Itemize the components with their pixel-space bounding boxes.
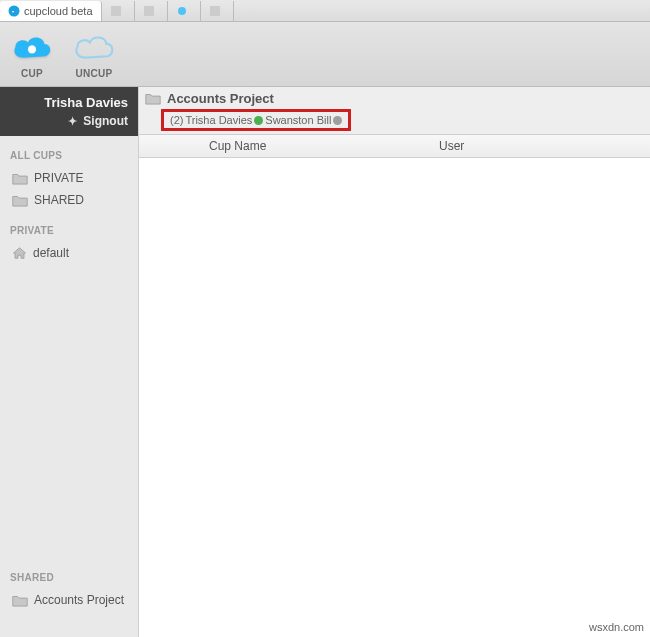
tab-favicon [143,5,155,17]
sidebar-item-default[interactable]: default [0,242,138,264]
sidebar-item-label: SHARED [34,193,84,207]
sidebar-item-label: default [33,246,69,260]
section-header-shared: SHARED [0,558,138,589]
svg-point-5 [28,45,36,53]
cupcloud-favicon [8,5,20,17]
watermark: wsxdn.com [589,621,644,633]
app-toolbar: CUP UNCUP [0,22,650,87]
cloud-filled-icon [10,33,54,66]
uncup-button[interactable]: UNCUP [72,33,116,79]
user-name: Trisha Davies [10,95,128,110]
browser-tab[interactable] [135,1,168,21]
svg-rect-1 [111,6,121,16]
browser-tab[interactable] [168,1,201,21]
sidebar-item-accounts-project[interactable]: Accounts Project [0,589,138,611]
lightning-icon: ✦ [68,115,77,128]
user1-name: Trisha Davies [185,114,252,126]
browser-tab-active[interactable]: cupcloud beta [0,1,102,21]
folder-icon [12,594,28,607]
content-header: Accounts Project (2) Trisha Davies Swans… [139,87,650,135]
cup-button[interactable]: CUP [10,33,54,79]
shared-users-row[interactable]: (2) Trisha Davies Swanston Bill [161,109,351,131]
user2-name: Swanston Bill [265,114,331,126]
table-body-empty [139,158,650,637]
browser-tab-bar: cupcloud beta [0,0,650,22]
sidebar-item-label: Accounts Project [34,593,124,607]
section-header-private: PRIVATE [0,211,138,242]
status-dot-offline-icon [333,116,342,125]
browser-tab[interactable] [102,1,135,21]
home-icon [12,246,27,260]
tab-favicon [176,5,188,17]
section-header-allcups: ALL CUPS [0,136,138,167]
sidebar: Trisha Davies ✦ Signout ALL CUPS PRIVATE… [0,87,138,637]
table-header: Cup Name User [139,135,650,158]
svg-rect-4 [210,6,220,16]
cloud-outline-icon [72,33,116,66]
tab-favicon [209,5,221,17]
sidebar-item-shared[interactable]: SHARED [0,189,138,211]
browser-tab[interactable] [201,1,234,21]
folder-icon [145,92,161,105]
content-title: Accounts Project [167,91,274,106]
browser-tab-title: cupcloud beta [24,5,93,17]
sidebar-item-label: PRIVATE [34,171,84,185]
tab-favicon [110,5,122,17]
folder-icon [12,172,28,185]
uncup-label: UNCUP [75,68,112,79]
svg-rect-2 [144,6,154,16]
column-cupname[interactable]: Cup Name [139,139,439,153]
folder-icon [12,194,28,207]
column-user[interactable]: User [439,139,650,153]
sidebar-item-private[interactable]: PRIVATE [0,167,138,189]
cup-label: CUP [21,68,43,79]
user-block: Trisha Davies ✦ Signout [0,87,138,136]
status-dot-online-icon [254,116,263,125]
signout-button[interactable]: ✦ Signout [10,114,128,128]
signout-label: Signout [83,114,128,128]
users-count: (2) [170,114,183,126]
content-title-row: Accounts Project [145,91,644,106]
svg-point-3 [178,7,186,15]
content-area: Accounts Project (2) Trisha Davies Swans… [138,87,650,637]
